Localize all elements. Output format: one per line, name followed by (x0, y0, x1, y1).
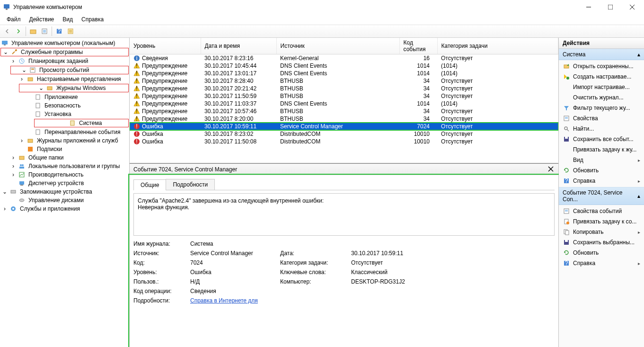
maximize-button[interactable] (600, 0, 621, 14)
action-item[interactable]: Сохранить все событ... (559, 134, 644, 144)
col-source[interactable]: Источник (276, 38, 399, 54)
svg-point-33 (20, 164, 22, 166)
action-item[interactable]: Вид▸ (559, 155, 644, 165)
action-item[interactable]: Привязать задачу к со... (559, 216, 644, 227)
event-list[interactable]: Уровень Дата и время Источник Код событи… (130, 38, 558, 163)
tree-root[interactable]: Управление компьютером (локальным) (0, 39, 129, 47)
col-date[interactable]: Дата и время (201, 38, 276, 54)
expander-icon[interactable]: ⌄ (2, 189, 8, 195)
expander-icon[interactable]: › (19, 138, 25, 143)
menu-view[interactable]: Вид (59, 15, 77, 24)
tree-log-security[interactable]: Безопасность (0, 101, 129, 110)
table-row[interactable]: !Предупреждение30.10.2017 10:45:44DNS Cl… (130, 62, 558, 70)
new-icon (563, 73, 570, 80)
action-item[interactable]: Свойства событий (559, 206, 644, 216)
tree-log-application[interactable]: Приложение (0, 93, 129, 101)
table-row[interactable]: !Предупреждение30.10.2017 10:57:46BTHUSB… (130, 107, 558, 115)
tree-app-services-logs[interactable]: › Журналы приложений и служб (0, 136, 129, 145)
expander-icon[interactable]: › (10, 172, 16, 178)
action-item[interactable]: Очистить журнал... (559, 92, 644, 103)
action-item[interactable]: Импорт настраивае... (559, 82, 644, 92)
tree-device-manager[interactable]: Диспетчер устройств (0, 179, 129, 187)
expander-icon[interactable]: ⌄ (38, 85, 44, 91)
svg-rect-32 (19, 156, 24, 160)
action-item[interactable]: Обновить (559, 165, 644, 176)
expander-icon[interactable]: › (10, 58, 16, 64)
action-item[interactable]: Найти... (559, 124, 644, 134)
table-row[interactable]: iСведения30.10.2017 8:23:16Kernel-Genera… (130, 54, 558, 62)
tree-storage[interactable]: ⌄ Запоминающие устройства (0, 187, 129, 196)
tree-log-system[interactable]: Система (34, 119, 129, 127)
tree-shared-folders[interactable]: › Общие папки (0, 153, 129, 162)
tree-scheduler[interactable]: › Планировщик заданий (0, 57, 129, 65)
svg-rect-18 (4, 44, 6, 45)
tree-local-users[interactable]: › Локальные пользователи и группы (0, 162, 129, 170)
event-detail-panel: Событие 7024, Service Control Manager Об… (130, 163, 558, 347)
tree-subscriptions[interactable]: Подписки (0, 145, 129, 153)
table-row[interactable]: !Ошибка30.10.2017 11:50:08DistributedCOM… (130, 138, 558, 145)
actions-section-event[interactable]: Событие 7024, Service Con...▴ (559, 187, 644, 205)
properties-button[interactable] (39, 26, 50, 36)
col-level[interactable]: Уровень (130, 38, 201, 54)
menu-file[interactable]: Файл (3, 15, 25, 24)
action-item[interactable]: Обновить (559, 248, 644, 258)
tree-panel[interactable]: Управление компьютером (локальным) ⌄ Слу… (0, 38, 130, 347)
expander-icon[interactable]: › (10, 155, 16, 160)
table-row[interactable]: !Предупреждение30.10.2017 20:21:42BTHUSB… (130, 85, 558, 92)
nav-back-button[interactable] (2, 26, 12, 36)
tab-general[interactable]: Общие (133, 179, 166, 190)
list-button[interactable] (65, 26, 76, 36)
action-item[interactable]: Создать настраивае... (559, 71, 644, 82)
col-category[interactable]: Категория задачи (437, 38, 558, 54)
expander-icon[interactable]: › (19, 76, 25, 82)
action-item[interactable]: Копировать▸ (559, 227, 644, 237)
svg-text:?: ? (565, 260, 568, 267)
action-item[interactable]: Фильтр текущего жу... (559, 103, 644, 113)
action-item[interactable]: ?Справка▸ (559, 258, 644, 268)
expander-icon[interactable]: › (2, 206, 8, 212)
table-row[interactable]: !Предупреждение30.10.2017 11:50:59BTHUSB… (130, 92, 558, 100)
table-row[interactable]: !Ошибка30.10.2017 8:23:02DistributedCOM1… (130, 130, 558, 138)
action-item[interactable]: Открыть сохраненны... (559, 61, 644, 71)
svg-text:i: i (136, 55, 138, 62)
table-row[interactable]: !Ошибка30.10.2017 10:59:11Service Contro… (130, 123, 558, 130)
action-item[interactable]: Привязать задачу к жу... (559, 144, 644, 155)
table-row[interactable]: !Предупреждение30.10.2017 13:01:17DNS Cl… (130, 70, 558, 77)
svg-text:!: ! (136, 62, 137, 69)
svg-rect-29 (36, 130, 40, 134)
tree-windows-logs[interactable]: ⌄ Журналы Windows (19, 84, 129, 92)
col-id[interactable]: Код события (399, 38, 437, 54)
close-icon[interactable] (548, 166, 555, 173)
menu-action[interactable]: Действие (26, 15, 58, 24)
props-icon (563, 207, 570, 215)
tree-log-setup[interactable]: Установка (0, 110, 129, 118)
action-item[interactable]: Сохранить выбранны... (559, 237, 644, 248)
expander-icon[interactable]: ⌄ (3, 49, 9, 55)
expander-icon[interactable]: › (10, 163, 16, 169)
help-button[interactable]: ? (54, 26, 64, 36)
tree-custom-views[interactable]: › Настраиваемые представления (0, 75, 129, 83)
actions-section-system[interactable]: Система▴ (559, 49, 644, 60)
online-help-link[interactable]: Справка в Интернете для (190, 297, 258, 304)
close-button[interactable] (621, 0, 643, 14)
folder-button[interactable] (28, 26, 38, 36)
tab-details[interactable]: Подробности (166, 179, 215, 190)
tree-log-forwarded[interactable]: Перенаправленные события (0, 128, 129, 136)
action-item[interactable]: Свойства (559, 113, 644, 124)
nav-forward-button[interactable] (13, 26, 24, 36)
save-icon (563, 135, 570, 143)
help-icon: ? (563, 259, 570, 267)
tree-performance[interactable]: › Производительность (0, 170, 129, 179)
action-item[interactable]: ?Справка▸ (559, 176, 644, 186)
warn-icon: ! (133, 70, 140, 77)
tree-utilities[interactable]: ⌄ Служебные программы (0, 48, 129, 56)
table-row[interactable]: !Предупреждение30.10.2017 8:28:40BTHUSB3… (130, 77, 558, 85)
menu-help[interactable]: Справка (78, 15, 107, 24)
expander-icon[interactable]: ⌄ (21, 67, 27, 73)
table-row[interactable]: !Предупреждение30.10.2017 8:20:00BTHUSB3… (130, 115, 558, 123)
tree-services-apps[interactable]: › Службы и приложения (0, 205, 129, 213)
tree-event-viewer[interactable]: ⌄ Просмотр событий (10, 66, 129, 74)
table-row[interactable]: !Предупреждение30.10.2017 11:03:37DNS Cl… (130, 100, 558, 107)
minimize-button[interactable] (578, 0, 600, 14)
tree-disk-management[interactable]: Управление дисками (0, 196, 129, 205)
